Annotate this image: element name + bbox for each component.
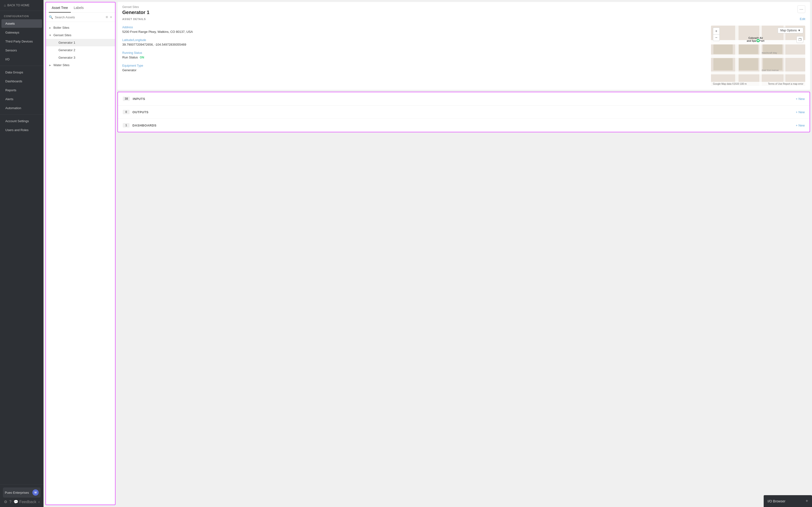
- sidebar-item-dashboards[interactable]: Dashboards: [1, 77, 42, 86]
- more-options-button[interactable]: ⋯: [798, 5, 805, 13]
- chevron-right-icon: ►: [49, 26, 51, 29]
- sidebar-item-reports[interactable]: Reports: [1, 86, 42, 95]
- outputs-label: OUTPUTS: [133, 110, 796, 114]
- map-toolbar: + −: [713, 27, 720, 41]
- io-browser-label: I/O Browser: [767, 499, 785, 503]
- sidebar-item-third-party[interactable]: Third Party Devices: [1, 37, 42, 46]
- sidebar-item-alerts[interactable]: Alerts: [1, 95, 42, 103]
- inputs-new-button[interactable]: + New: [796, 97, 805, 101]
- sidebar-item-io[interactable]: I/O: [1, 55, 42, 63]
- outputs-badge: 0: [123, 110, 130, 114]
- search-actions: ≡ +: [106, 15, 112, 19]
- help-icon[interactable]: ?: [9, 500, 12, 504]
- sidebar-section-label: CONFIGURATION: [0, 11, 44, 19]
- sidebar: ⌂ BACK TO HOME CONFIGURATION Assets Gate…: [0, 0, 44, 507]
- tree-group-water-sites[interactable]: ► Water Sites: [46, 61, 115, 69]
- asset-header-row: Genset Sites Generator 1 ⋯: [117, 2, 810, 15]
- sidebar-bottom: Pueo Enterprises M ⚙ ? 💬 Feedback ‹: [0, 484, 44, 507]
- svg-rect-10: [763, 58, 782, 70]
- status-badge: ON: [140, 56, 144, 59]
- svg-rect-7: [739, 44, 758, 54]
- svg-rect-8: [739, 58, 758, 70]
- tab-asset-tree[interactable]: Asset Tree: [49, 2, 71, 12]
- sidebar-footer-icons: ⚙ ? 💬 Feedback ‹: [3, 498, 41, 504]
- back-to-home[interactable]: ⌂ BACK TO HOME: [0, 0, 44, 11]
- asset-detail-body: Address 5200 Front Range Pkwy, Watkins, …: [117, 22, 810, 90]
- sidebar-item-data-groups[interactable]: Data Groups: [1, 68, 42, 76]
- add-asset-icon[interactable]: +: [110, 15, 112, 19]
- sidebar-divider-2: [0, 114, 44, 115]
- search-icon: 🔍: [49, 15, 53, 19]
- asset-info: Address 5200 Front Range Pkwy, Watkins, …: [122, 25, 706, 86]
- asset-panel: Asset Tree Labels 🔍 ≡ + ► Boiler Sites ▼…: [45, 2, 115, 505]
- svg-text:East 51st Avenue: East 51st Avenue: [762, 69, 779, 71]
- svg-rect-2: [711, 55, 805, 58]
- map-expand-button[interactable]: ❐: [797, 36, 803, 43]
- map-options-button[interactable]: Map Options ▼: [778, 27, 803, 33]
- tree-item-generator1[interactable]: Generator 1: [46, 39, 115, 46]
- asset-tree: ► Boiler Sites ▼ Genset Sites Generator …: [46, 22, 115, 505]
- equipment-type-section: Equipment Type Generator: [122, 64, 706, 72]
- user-profile[interactable]: Pueo Enterprises M: [3, 488, 41, 498]
- io-browser-add-button[interactable]: +: [806, 499, 808, 504]
- feedback-button[interactable]: 💬 Feedback: [13, 500, 36, 504]
- sidebar-item-automation[interactable]: Automation: [1, 104, 42, 112]
- filter-icon[interactable]: ≡: [106, 15, 108, 19]
- asset-panel-tabs: Asset Tree Labels: [46, 2, 115, 12]
- equipment-type-value: Generator: [122, 68, 706, 72]
- sidebar-item-assets[interactable]: Assets: [1, 19, 42, 28]
- sidebar-item-account-settings[interactable]: Account Settings: [1, 117, 42, 125]
- address-value: 5200 Front Range Pkwy, Watkins, CO 80137…: [122, 30, 706, 34]
- breadcrumb: Genset Sites: [122, 5, 149, 9]
- tree-group-genset-sites[interactable]: ▼ Genset Sites: [46, 32, 115, 39]
- run-status-text: Run Status: [122, 56, 138, 59]
- map-footer: Google Map data ©2020 100 m Terms of Use…: [711, 82, 805, 86]
- svg-rect-6: [783, 25, 785, 86]
- address-section: Address 5200 Front Range Pkwy, Watkins, …: [122, 25, 706, 34]
- svg-rect-11: [713, 44, 733, 54]
- dashboards-new-button[interactable]: + New: [796, 124, 805, 127]
- inputs-section: 38 INPUTS + New: [118, 92, 810, 106]
- settings-icon[interactable]: ⚙: [4, 500, 7, 504]
- svg-rect-4: [735, 25, 739, 86]
- sidebar-item-sensors[interactable]: Sensors: [1, 46, 42, 55]
- map-zoom-out-button[interactable]: −: [713, 34, 720, 41]
- dashboards-section: 1 DASHBOARDS + New: [118, 119, 810, 132]
- collapse-icon[interactable]: ‹: [39, 500, 40, 504]
- tab-labels[interactable]: Labels: [71, 2, 87, 12]
- tree-item-generator3[interactable]: Generator 3: [46, 54, 115, 61]
- asset-search-bar: 🔍 ≡ +: [46, 12, 115, 22]
- io-browser-bar: I/O Browser +: [764, 495, 812, 507]
- sidebar-item-users-roles[interactable]: Users and Roles: [1, 126, 42, 134]
- svg-rect-3: [711, 71, 805, 74]
- tree-item-generator2[interactable]: Generator 2: [46, 46, 115, 54]
- inputs-badge: 38: [123, 97, 130, 101]
- chevron-down-icon: ▼: [798, 29, 801, 32]
- running-status-section: Running Status Run Status ON: [122, 51, 706, 59]
- avatar: M: [33, 489, 39, 496]
- latlng-section: Latitude/Longitude 39.790077209472656, -…: [122, 38, 706, 46]
- dashboards-badge: 1: [123, 123, 130, 127]
- asset-details-label: ASSET DETAILS: [122, 18, 146, 20]
- user-name: Pueo Enterprises: [5, 491, 31, 495]
- map-svg: Colorado Air and Space Port Beechcraft W…: [711, 25, 805, 86]
- latlng-label: Latitude/Longitude: [122, 38, 706, 42]
- address-label: Address: [122, 25, 706, 29]
- home-icon: ⌂: [4, 3, 6, 7]
- latlng-value: 39.790077209472656, -104.54972839355469: [122, 43, 706, 46]
- map-zoom-in-button[interactable]: +: [713, 27, 720, 34]
- chevron-down-icon: ▼: [49, 34, 51, 37]
- map-container: Colorado Air and Space Port Beechcraft W…: [711, 25, 805, 86]
- outputs-new-button[interactable]: + New: [796, 110, 805, 114]
- asset-header-left: Genset Sites Generator 1: [122, 5, 149, 15]
- tree-group-boiler-sites[interactable]: ► Boiler Sites: [46, 24, 115, 32]
- page-title: Generator 1: [122, 10, 149, 15]
- search-input[interactable]: [55, 15, 104, 19]
- svg-text:Beechcraft Way: Beechcraft Way: [762, 52, 777, 54]
- sidebar-item-gateways[interactable]: Gateways: [1, 28, 42, 37]
- edit-button[interactable]: Edit: [800, 17, 805, 21]
- equipment-type-label: Equipment Type: [122, 64, 706, 67]
- run-status-row: Run Status ON: [122, 56, 706, 59]
- sidebar-divider-1: [0, 66, 44, 66]
- io-panel: 38 INPUTS + New 0 OUTPUTS + New 1 DASHBO…: [117, 92, 810, 132]
